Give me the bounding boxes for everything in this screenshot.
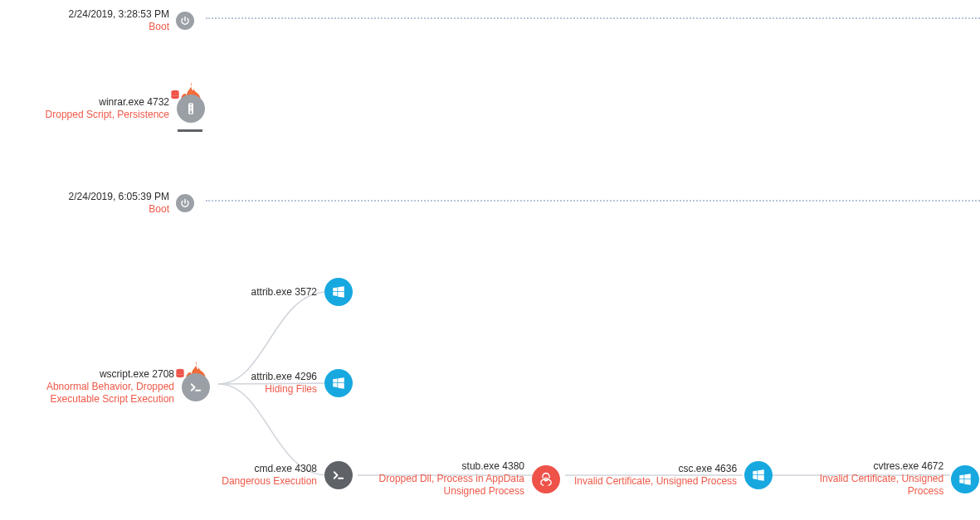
- boot-label-group: 2/24/2019, 3:28:53 PM Boot: [12, 8, 169, 33]
- edge-layer: [0, 0, 980, 520]
- process-detections: Invalid Certificate, Unsigned Process: [574, 475, 737, 488]
- boot-timestamp: 2/24/2019, 6:05:39 PM: [69, 191, 169, 203]
- process-title: winrar.exe 4732: [99, 96, 169, 109]
- archive-icon: [177, 95, 205, 123]
- windows-icon: [744, 461, 773, 489]
- process-title: csc.exe 4636: [678, 463, 737, 475]
- database-badge-icon: [169, 89, 181, 100]
- boot-label-group: 2/24/2019, 6:05:39 PM Boot: [12, 191, 169, 216]
- process-detections: Dropped Dll, Process in AppData Unsigned…: [367, 473, 524, 498]
- timeline-divider: [206, 200, 980, 202]
- process-title: attrib.exe 4296: [251, 371, 317, 383]
- biohazard-icon: [532, 465, 560, 493]
- node-label-group: csc.exe 4636 Invalid Certificate, Unsign…: [574, 463, 737, 488]
- process-node-winrar[interactable]: winrar.exe 4732 Dropped Script, Persiste…: [12, 94, 206, 124]
- process-node-attrib-3572[interactable]: attrib.exe 3572: [159, 277, 353, 307]
- process-title: attrib.exe 3572: [251, 286, 317, 299]
- power-icon: [176, 194, 194, 212]
- node-label-group: attrib.exe 3572: [159, 286, 317, 299]
- selection-underline: [178, 129, 202, 132]
- boot-label: Boot: [149, 203, 169, 216]
- process-detections: Invalid Certificate, Unsigned Process: [782, 473, 943, 498]
- node-label-group: cvtres.exe 4672 Invalid Certificate, Uns…: [782, 460, 943, 498]
- process-node-cvtres[interactable]: cvtres.exe 4672 Invalid Certificate, Uns…: [782, 460, 980, 498]
- node-label-group: winrar.exe 4732 Dropped Script, Persiste…: [12, 96, 169, 121]
- boot-event[interactable]: 2/24/2019, 3:28:53 PM Boot: [12, 8, 194, 33]
- windows-icon: [951, 465, 979, 493]
- boot-timestamp: 2/24/2019, 3:28:53 PM: [69, 8, 169, 21]
- process-detections: Abnormal Behavior, Dropped Executable Sc…: [0, 381, 174, 406]
- windows-icon: [324, 369, 353, 397]
- process-detections: Dropped Script, Persistence: [46, 109, 169, 121]
- boot-event[interactable]: 2/24/2019, 6:05:39 PM Boot: [12, 191, 194, 216]
- node-label-group: wscript.exe 2708 Abnormal Behavior, Drop…: [0, 368, 174, 406]
- process-node-cmd[interactable]: cmd.exe 4308 Dangerous Execution: [159, 460, 353, 490]
- process-node-attrib-4296[interactable]: attrib.exe 4296 Hiding Files: [159, 368, 353, 398]
- process-title: cmd.exe 4308: [255, 463, 317, 475]
- timeline-divider: [206, 17, 980, 19]
- power-icon: [176, 12, 194, 30]
- process-detections: Dangerous Execution: [222, 475, 317, 488]
- node-label-group: stub.exe 4380 Dropped Dll, Process in Ap…: [367, 460, 524, 498]
- node-label-group: cmd.exe 4308 Dangerous Execution: [159, 463, 317, 488]
- boot-label: Boot: [149, 21, 169, 33]
- windows-icon: [324, 278, 353, 306]
- node-label-group: attrib.exe 4296 Hiding Files: [159, 371, 317, 396]
- svg-point-2: [190, 111, 193, 114]
- process-detections: Hiding Files: [265, 383, 317, 396]
- process-node-stub[interactable]: stub.exe 4380 Dropped Dll, Process in Ap…: [367, 460, 561, 498]
- process-title: cvtres.exe 4672: [873, 460, 943, 473]
- terminal-icon: [324, 461, 353, 489]
- svg-point-0: [171, 90, 178, 94]
- process-tree-canvas: 2/24/2019, 3:28:53 PM Boot winrar.exe 47…: [0, 0, 980, 520]
- process-title: stub.exe 4380: [462, 460, 524, 473]
- process-node-csc[interactable]: csc.exe 4636 Invalid Certificate, Unsign…: [574, 460, 773, 490]
